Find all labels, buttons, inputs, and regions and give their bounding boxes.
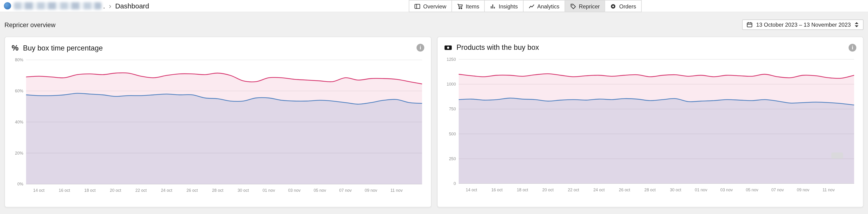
svg-text:60%: 60% [15,89,23,93]
date-range-label: 13 October 2023 – 13 November 2023 [756,22,851,28]
svg-text:16 oct: 16 oct [59,188,70,193]
card-products-buy-box: Products with the buy box i 025050075010… [437,36,864,207]
tab-overview[interactable]: Overview [409,0,452,12]
svg-text:20 oct: 20 oct [542,188,554,192]
faded-value-badge [831,152,843,159]
svg-text:24 oct: 24 oct [593,188,604,192]
svg-text:09 nov: 09 nov [797,188,809,192]
svg-text:14 oct: 14 oct [466,188,477,192]
svg-text:03 nov: 03 nov [720,188,733,192]
svg-text:05 nov: 05 nov [314,188,326,193]
percent-icon: % [12,43,19,52]
svg-text:20 oct: 20 oct [110,188,121,193]
svg-text:28 oct: 28 oct [212,188,223,193]
card-buy-box-time: % Buy box time percentage i 0%20%40%60%8… [4,36,432,207]
tab-insights[interactable]: Insights [484,0,523,12]
tab-label: Analytics [537,3,559,9]
card-title: Buy box time percentage [23,43,103,52]
card-title: Products with the buy box [456,43,539,52]
breadcrumb-page: Dashboard [115,2,149,9]
info-icon[interactable]: i [416,44,424,52]
topbar: . › Dashboard Overview Items In [0,0,868,12]
svg-text:07 nov: 07 nov [771,188,784,192]
svg-text:0: 0 [454,181,456,186]
svg-text:01 nov: 01 nov [695,188,707,192]
svg-text:09 nov: 09 nov [365,188,377,193]
svg-text:40%: 40% [15,120,23,124]
svg-text:05 nov: 05 nov [746,188,758,192]
svg-text:14 oct: 14 oct [33,188,44,193]
svg-text:24 oct: 24 oct [161,188,172,193]
svg-text:01 nov: 01 nov [262,188,275,193]
tab-orders[interactable]: Orders [605,0,642,12]
tab-label: Overview [423,3,446,9]
company-logo-icon [4,2,11,9]
products-buy-box-chart[interactable]: 02505007501000125014 oct16 oct18 oct20 o… [439,55,860,195]
overview-icon [414,3,420,9]
svg-text:26 oct: 26 oct [186,188,198,193]
calendar-icon [747,22,753,28]
svg-text:250: 250 [449,156,456,161]
svg-text:22 oct: 22 oct [135,188,147,193]
tab-label: Repricer [579,3,600,9]
svg-text:11 nov: 11 nov [823,188,835,192]
cards-row: % Buy box time percentage i 0%20%40%60%8… [0,36,868,207]
tab-repricer[interactable]: Repricer [564,0,605,12]
svg-text:11 nov: 11 nov [391,188,403,193]
tab-label: Orders [619,3,636,9]
banknote-icon [444,44,452,51]
bar-chart-icon [490,3,496,9]
svg-text:22 oct: 22 oct [568,188,579,192]
circle-icon [610,3,616,9]
tab-bar: Overview Items Insights Analytics [409,0,642,12]
svg-text:20%: 20% [15,151,23,156]
tab-label: Items [466,3,479,9]
breadcrumb: . › Dashboard [4,2,149,10]
cart-icon [457,3,463,9]
buy-box-time-chart[interactable]: 0%20%40%60%80%14 oct16 oct18 oct20 oct22… [6,55,428,195]
svg-text:18 oct: 18 oct [84,188,95,193]
svg-text:28 oct: 28 oct [644,188,656,192]
svg-text:07 nov: 07 nov [339,188,351,193]
svg-text:30 oct: 30 oct [238,188,249,193]
tab-items[interactable]: Items [451,0,485,12]
svg-text:1250: 1250 [447,57,456,62]
svg-text:0%: 0% [17,182,23,186]
page-title: Repricer overview [4,21,56,28]
date-range-selector[interactable]: 13 October 2023 – 13 November 2023 [742,20,864,30]
company-name-blurred[interactable] [14,2,101,9]
svg-text:03 nov: 03 nov [288,188,301,193]
svg-text:750: 750 [449,106,456,111]
svg-text:16 oct: 16 oct [491,188,502,192]
line-chart-icon [528,3,534,9]
app: . › Dashboard Overview Items In [0,0,868,214]
svg-text:18 oct: 18 oct [517,188,528,192]
breadcrumb-company-suffix: . [103,2,105,9]
tab-analytics[interactable]: Analytics [523,0,565,12]
svg-text:30 oct: 30 oct [670,188,681,192]
chevron-right-icon: › [109,2,111,10]
svg-text:500: 500 [449,132,456,136]
main-content: Repricer overview 13 October 2023 – 13 N… [0,20,868,208]
svg-text:26 oct: 26 oct [619,188,630,192]
up-down-arrows-icon [854,22,859,28]
svg-text:80%: 80% [15,58,23,62]
tab-label: Insights [499,3,518,9]
svg-text:1000: 1000 [447,82,456,87]
info-icon[interactable]: i [848,43,856,51]
tag-icon [570,3,576,9]
